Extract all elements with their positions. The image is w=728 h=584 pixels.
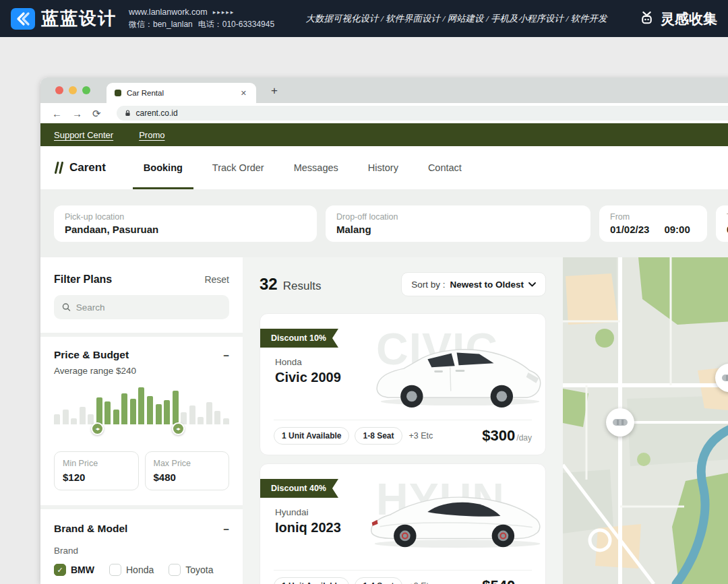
from-time: 09:00: [664, 224, 690, 235]
price-budget-title: Price & Budget: [54, 349, 129, 361]
forward-icon[interactable]: →: [72, 108, 82, 119]
units-badge: 1 Unit Available: [274, 577, 349, 584]
card-divider: [274, 420, 532, 420]
banner-wechat: 微信：ben_lanlan: [129, 19, 193, 30]
car-card-civic[interactable]: CIVIC Discount 10% Honda Civic 2009: [260, 313, 546, 455]
pickup-label: Pick-up location: [65, 212, 306, 222]
site-promo-bar: Support Center Promo: [40, 123, 728, 146]
booking-search-bar: Pick-up location Pandaan, Pasuruan Drop-…: [40, 189, 728, 257]
filter-search-box[interactable]: [54, 295, 229, 319]
from-datetime-field[interactable]: From 01/02/23 09:00: [599, 205, 707, 242]
histogram-bar: [54, 414, 60, 424]
histogram-bar: [173, 391, 179, 424]
tab-title: Car Rental: [127, 89, 238, 97]
new-tab-button[interactable]: +: [271, 84, 278, 98]
dropoff-value: Malang: [336, 224, 580, 235]
histogram-bar: [164, 400, 170, 424]
promo-link[interactable]: Promo: [139, 130, 164, 140]
brand-checkbox-honda[interactable]: ✓ Honda: [109, 564, 154, 576]
content-area: Filter Plans Reset Price & Budget: [40, 257, 728, 584]
car-brand: Hyundai: [275, 507, 309, 517]
car-card-ioniq[interactable]: HYUN Discount 40% Hyundai Ioniq 2023: [260, 463, 546, 584]
banner-services: 大数据可视化设计 / 软件界面设计 / 网站建设 / 手机及小程序设计 / 软件…: [274, 13, 638, 25]
discount-badge: Discount 10%: [260, 329, 338, 348]
histogram-bar: [121, 393, 127, 424]
dropoff-label: Drop-off location: [336, 212, 580, 222]
seats-badge: 1-4 Seat: [355, 577, 402, 584]
brand-checkbox-toyota[interactable]: ✓ Toyota: [169, 564, 213, 576]
collapse-price-icon[interactable]: −: [223, 350, 229, 360]
max-price-slider-handle[interactable]: ◂▸: [172, 422, 185, 435]
filter-panel: Filter Plans Reset Price & Budget: [40, 257, 243, 584]
site-nav: Carent Booking Track Order Messages Hist…: [40, 146, 728, 189]
url-field[interactable]: carent.co.id: [117, 106, 728, 121]
banner-collect: 灵感收集: [638, 9, 717, 28]
results-count-number: 32: [260, 275, 278, 294]
from-date: 01/02/23: [610, 224, 649, 235]
double-chevron-left-icon: [14, 11, 32, 27]
histogram-bar: [156, 404, 162, 424]
banner-collect-label: 灵感收集: [661, 9, 717, 28]
nav-item-contact[interactable]: Contact: [428, 146, 462, 189]
sort-dropdown[interactable]: Sort by : Newest to Oldest: [401, 272, 546, 296]
traffic-light-close[interactable]: [55, 86, 63, 94]
max-price-field[interactable]: Max Price $480: [145, 451, 230, 490]
tab-close-icon[interactable]: ✕: [238, 88, 249, 99]
min-price-slider-handle[interactable]: ◂▸: [91, 422, 104, 435]
results-column: 32 Results Sort by : Newest to Oldest CI…: [260, 257, 546, 296]
nav-item-booking[interactable]: Booking: [144, 146, 183, 189]
car-marker[interactable]: [606, 408, 634, 436]
nav-item-history[interactable]: History: [368, 146, 398, 189]
max-price-value: $480: [154, 472, 221, 483]
results-count-label: Results: [283, 280, 322, 293]
nav-item-track-order[interactable]: Track Order: [212, 146, 264, 189]
support-center-link[interactable]: Support Center: [54, 130, 113, 140]
histogram-bar: [104, 401, 111, 424]
refresh-icon[interactable]: ⟳: [92, 108, 101, 119]
nav-item-messages[interactable]: Messages: [294, 146, 338, 189]
min-price-field[interactable]: Min Price $120: [54, 451, 139, 490]
reset-filters-button[interactable]: Reset: [204, 274, 229, 285]
screenshot-stage: 蓝蓝设计 www.lanlanwork.com ▸▸▸▸▸ 微信：ben_lan…: [0, 0, 728, 584]
histogram-bar: [147, 396, 153, 424]
car-top-icon: [721, 373, 728, 383]
browser-tab[interactable]: Car Rental ✕: [107, 83, 256, 103]
price-average-label: Average range $240: [54, 366, 229, 376]
discount-badge: Discount 40%: [260, 479, 338, 498]
histogram-bar: [113, 410, 119, 424]
filter-title: Filter Plans: [54, 273, 112, 286]
carent-logo-icon: [54, 162, 64, 174]
to-datetime-field[interactable]: To 01/02/23: [716, 205, 728, 242]
price: $540 /day: [482, 577, 532, 584]
histogram-bar: [181, 412, 187, 424]
results-count: 32 Results: [260, 275, 321, 294]
browser-tab-strip: Car Rental ✕ +: [40, 77, 728, 103]
histogram-bar: [130, 399, 136, 424]
dropoff-location-field[interactable]: Drop-off location Malang: [326, 205, 590, 242]
car-image-sedan: [371, 333, 546, 412]
carent-logo-text: Carent: [69, 161, 106, 174]
histogram-bar: [88, 414, 94, 424]
carent-logo[interactable]: Carent: [54, 146, 106, 189]
price: $300 /day: [482, 427, 532, 445]
ad-banner: 蓝蓝设计 www.lanlanwork.com ▸▸▸▸▸ 微信：ben_lan…: [0, 0, 728, 37]
card-divider: [274, 570, 532, 571]
traffic-light-zoom[interactable]: [82, 86, 90, 94]
map[interactable]: [563, 257, 728, 584]
filter-search-input[interactable]: [76, 302, 221, 313]
car-top-icon: [612, 418, 628, 427]
etc-label: +3 Etc: [409, 581, 433, 584]
units-badge: 1 Unit Available: [274, 427, 349, 445]
brand-label: Brand: [54, 546, 229, 556]
brand-checkbox-bmw[interactable]: ✓ BMW: [54, 564, 94, 576]
collapse-brand-icon[interactable]: −: [223, 524, 229, 534]
pickup-value: Pandaan, Pasuruan: [65, 224, 306, 235]
min-price-label: Min Price: [63, 459, 130, 468]
pickup-location-field[interactable]: Pick-up location Pandaan, Pasuruan: [54, 205, 317, 242]
back-icon[interactable]: ←: [52, 108, 62, 119]
traffic-light-minimize[interactable]: [69, 86, 77, 94]
banner-arrows-icon: ▸▸▸▸▸: [213, 9, 235, 15]
car-model: Ioniq 2023: [275, 520, 341, 536]
checkbox-icon: ✓: [109, 564, 121, 576]
banner-website: www.lanlanwork.com: [129, 7, 208, 17]
